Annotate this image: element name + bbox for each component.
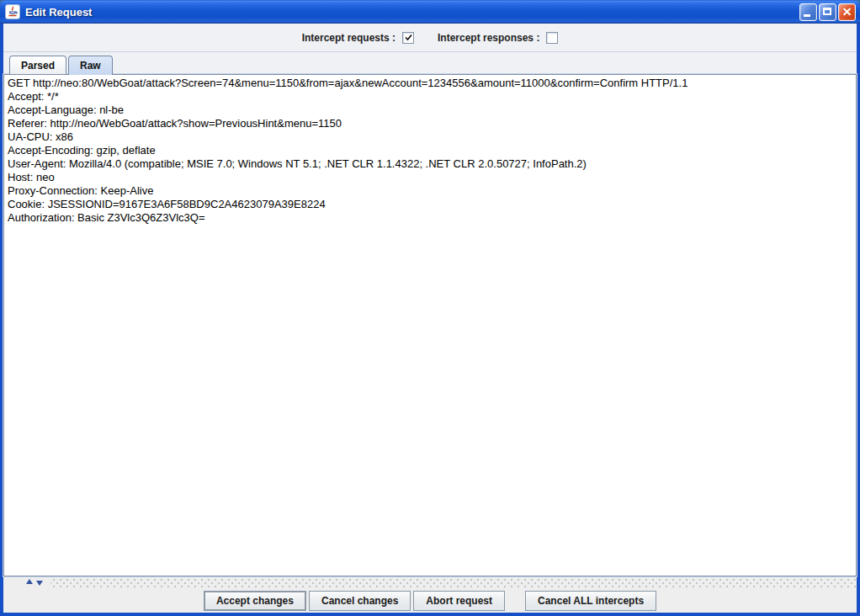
http-header-line: Proxy-Connection: Keep-Alive: [8, 184, 856, 198]
accept-changes-button[interactable]: Accept changes: [204, 591, 306, 611]
minimize-button[interactable]: [799, 3, 817, 21]
http-header-line: Authorization: Basic Z3Vlc3Q6Z3Vlc3Q=: [8, 211, 856, 225]
tab-raw[interactable]: Raw: [68, 56, 113, 75]
maximize-button[interactable]: [819, 3, 836, 21]
intercept-responses-checkbox[interactable]: [546, 32, 558, 44]
maximize-icon: [823, 8, 831, 15]
window-body: Intercept requests : Intercept responses…: [0, 24, 860, 616]
cancel-all-intercepts-button[interactable]: Cancel ALL intercepts: [525, 591, 656, 611]
http-header-line: Accept-Encoding: gzip, deflate: [8, 144, 856, 157]
http-header-line: UA-CPU: x86: [8, 130, 856, 144]
abort-request-button[interactable]: Abort request: [413, 591, 505, 611]
http-header-line: GET http://neo:80/WebGoat/attack?Screen=…: [8, 77, 856, 90]
http-header-line: Accept: */*: [8, 90, 856, 104]
intercept-bar: Intercept requests : Intercept responses…: [3, 24, 857, 52]
java-app-icon[interactable]: [5, 4, 20, 19]
action-button-bar: Accept changes Cancel changes Abort requ…: [3, 588, 857, 613]
http-header-line: User-Agent: Mozilla/4.0 (compatible; MSI…: [8, 157, 856, 171]
edit-request-window: Edit Request ✕ Intercept requests : Inte…: [0, 0, 860, 616]
collapse-up-icon[interactable]: [26, 579, 33, 584]
http-header-line: Cookie: JSESSIONID=9167E3A6F58BD9C2A4623…: [8, 198, 856, 211]
minimize-icon: [804, 14, 810, 17]
close-icon: ✕: [839, 4, 855, 20]
http-header-line: Accept-Language: nl-be: [8, 104, 856, 117]
check-icon: [404, 33, 413, 42]
close-button[interactable]: ✕: [838, 3, 856, 21]
http-header-line: Host: neo: [8, 171, 856, 184]
intercept-requests-group: Intercept requests :: [302, 32, 414, 44]
request-view-tabs: Parsed Raw: [3, 52, 857, 74]
request-raw-text[interactable]: GET http://neo:80/WebGoat/attack?Screen=…: [3, 74, 857, 576]
tab-parsed[interactable]: Parsed: [9, 56, 66, 74]
titlebar[interactable]: Edit Request ✕: [0, 0, 860, 24]
collapse-down-icon[interactable]: [36, 581, 43, 586]
http-header-line: Referer: http://neo/WebGoat/attack?show=…: [8, 117, 856, 130]
intercept-requests-checkbox[interactable]: [402, 32, 414, 44]
intercept-responses-label: Intercept responses :: [438, 32, 539, 44]
cancel-changes-button[interactable]: Cancel changes: [309, 591, 411, 611]
intercept-requests-label: Intercept requests :: [302, 32, 395, 44]
intercept-responses-group: Intercept responses :: [438, 32, 558, 44]
splitpane-divider[interactable]: [3, 576, 857, 588]
java-cup-icon: [7, 6, 19, 18]
window-title: Edit Request: [25, 6, 798, 19]
